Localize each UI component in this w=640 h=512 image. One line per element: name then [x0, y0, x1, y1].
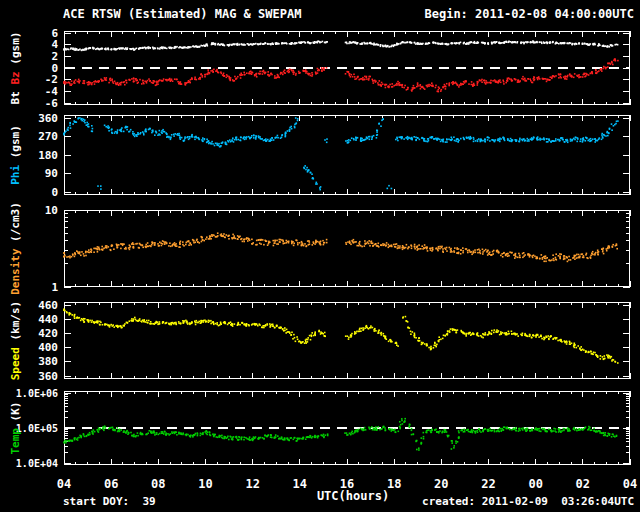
x-tick-label: 00 — [528, 477, 542, 491]
speed-axis-label: Speed (km/s) — [9, 301, 22, 381]
x-tick-label: 12 — [245, 477, 259, 491]
y-tick-label: -6 — [45, 97, 59, 110]
y-tick-label: 270 — [38, 130, 58, 143]
y-tick-label: 380 — [38, 355, 58, 368]
created-timestamp: created: 2011-02-09 03:26:04UTC — [422, 496, 634, 507]
temp-axis-label: Temp (K) — [9, 402, 22, 455]
x-tick-label: 14 — [293, 477, 307, 491]
density-series — [63, 232, 618, 262]
x-axis-label: UTC(hours) — [317, 489, 389, 503]
density-axis-label: Density (/cm3) — [9, 202, 22, 295]
y-tick-label: 1 — [51, 281, 58, 294]
x-tick-label: 04 — [623, 477, 637, 491]
y-tick-label: 420 — [38, 327, 58, 340]
chart-canvas: 6420-2-4-6Bt Bz (gsm)360270180900Phi (gs… — [0, 0, 640, 512]
y-tick-label: 400 — [38, 341, 58, 354]
y-tick-label: 460 — [38, 299, 58, 312]
temp-series — [63, 418, 617, 451]
y-tick-label: 90 — [45, 167, 58, 180]
begin-timestamp: Begin: 2011-02-08 04:00:00UTC — [424, 8, 634, 20]
phi-series — [63, 117, 618, 190]
ace-rtsw-swepam-plot: 6420-2-4-6Bt Bz (gsm)360270180900Phi (gs… — [0, 0, 640, 512]
y-tick-label: 1.0E+06 — [16, 388, 58, 399]
phi-axis-label: Phi (gsm) — [9, 125, 22, 185]
x-tick-label: 22 — [481, 477, 495, 491]
plot-title: ACE RTSW (Estimated) MAG & SWEPAM — [63, 8, 301, 20]
x-tick-label: 04 — [57, 477, 71, 491]
bt_bz-axis-label: Bt Bz (gsm) — [9, 32, 22, 105]
y-tick-label: 180 — [38, 149, 58, 162]
y-tick-label: 0 — [51, 186, 58, 199]
y-tick-label: 10 — [45, 204, 58, 217]
x-tick-label: 02 — [576, 477, 590, 491]
start-doy-label: start DOY: 39 — [63, 496, 156, 507]
y-tick-label: 440 — [38, 313, 58, 326]
bt-series — [63, 40, 618, 51]
x-tick-label: 06 — [104, 477, 118, 491]
x-tick-label: 08 — [151, 477, 165, 491]
speed-series — [63, 308, 618, 363]
x-tick-label: 20 — [434, 477, 448, 491]
y-tick-label: 360 — [38, 370, 58, 383]
bz-series — [63, 58, 618, 92]
y-tick-label: 1.0E+04 — [16, 458, 58, 469]
y-tick-label: 360 — [38, 112, 58, 125]
y-tick-label: 1.0E+05 — [16, 423, 58, 434]
x-tick-label: 10 — [198, 477, 212, 491]
